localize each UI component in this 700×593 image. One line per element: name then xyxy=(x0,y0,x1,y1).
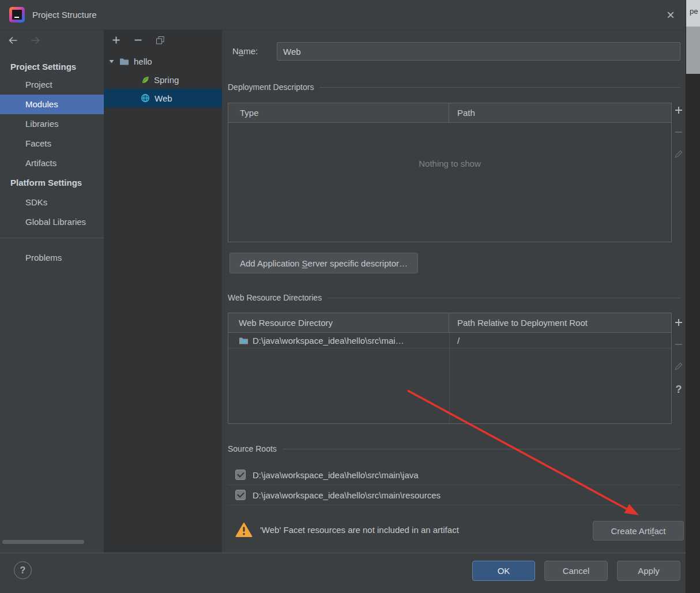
intellij-logo-icon xyxy=(9,7,25,22)
spring-leaf-icon xyxy=(141,76,149,84)
source-root-checkbox[interactable] xyxy=(235,490,246,500)
background-app: pe xyxy=(686,0,700,593)
source-root-checkbox[interactable] xyxy=(235,470,246,480)
sidebar-scrollbar[interactable] xyxy=(2,540,84,544)
warning-text: 'Web' Facet resources are not included i… xyxy=(260,525,459,535)
section-divider-line xyxy=(328,298,680,298)
edit-pencil-icon[interactable] xyxy=(675,362,683,370)
column-header-type: Type xyxy=(228,103,449,122)
deployment-toolbar xyxy=(673,106,684,158)
copy-icon[interactable] xyxy=(156,36,165,45)
create-artifact-button[interactable]: Create Artifact xyxy=(593,521,684,541)
remove-icon[interactable] xyxy=(134,36,142,45)
source-root-row: D:\java\workspace_idea\hello\src\main\re… xyxy=(228,485,680,505)
facet-warning: 'Web' Facet resources are not included i… xyxy=(228,518,459,541)
sidebar-header-platform-settings: Platform Settings xyxy=(0,177,104,189)
chevron-down-icon[interactable] xyxy=(108,58,115,65)
dialog-titlebar: Project Structure × xyxy=(0,0,686,30)
section-deployment-descriptors: Deployment Descriptors xyxy=(228,82,680,92)
ok-button[interactable]: OK xyxy=(472,561,535,581)
source-root-row: D:\java\workspace_idea\hello\src\main\ja… xyxy=(228,465,680,485)
forward-icon[interactable] xyxy=(30,36,40,45)
section-web-resource-directories: Web Resource Directories xyxy=(228,292,680,303)
section-divider-line xyxy=(283,449,680,449)
sidebar-item-modules[interactable]: Modules xyxy=(0,95,104,114)
web-resource-toolbar: ? xyxy=(673,318,684,395)
column-header-web-resource-directory: Web Resource Directory xyxy=(228,313,449,332)
sidebar-header-project-settings: Project Settings xyxy=(0,61,104,73)
add-icon[interactable] xyxy=(112,36,121,45)
back-icon[interactable] xyxy=(8,36,18,45)
sidebar-item-facets[interactable]: Facets xyxy=(0,134,104,153)
close-icon[interactable]: × xyxy=(662,7,679,24)
table-header: Web Resource Directory Path Relative to … xyxy=(228,313,671,333)
help-button[interactable]: ? xyxy=(14,561,32,579)
name-input[interactable] xyxy=(277,42,680,61)
dialog-footer: ? OK Cancel Apply xyxy=(0,553,686,593)
source-root-path: D:\java\workspace_idea\hello\src\main\ja… xyxy=(253,470,419,480)
column-header-path-relative: Path Relative to Deployment Root xyxy=(449,313,671,332)
section-title: Web Resource Directories xyxy=(228,293,322,302)
empty-table-message: Nothing to show xyxy=(228,159,671,168)
project-structure-dialog: Project Structure × Project Settings Pro… xyxy=(0,0,686,593)
background-scrollbar-strip xyxy=(686,27,700,74)
section-title: Source Roots xyxy=(228,444,277,453)
folder-icon xyxy=(239,337,249,344)
tree-item-label: Spring xyxy=(154,75,179,85)
section-source-roots: Source Roots xyxy=(228,444,680,454)
column-header-path: Path xyxy=(449,103,671,122)
tree-item-label: Web xyxy=(155,93,172,103)
name-label: Name: xyxy=(232,42,258,61)
history-nav xyxy=(8,36,40,45)
sidebar: Project Settings Project Modules Librari… xyxy=(0,30,104,553)
tree-item-web[interactable]: Web xyxy=(104,89,222,107)
sidebar-item-problems[interactable]: Problems xyxy=(0,248,104,268)
section-title: Deployment Descriptors xyxy=(228,82,314,92)
table-row[interactable]: D:\java\workspace_idea\hello\src\mai… / xyxy=(228,333,671,348)
dialog-title: Project Structure xyxy=(32,0,97,30)
deployment-descriptors-table: Type Path Nothing to show xyxy=(228,103,672,242)
facet-editor: Name: Deployment Descriptors Type Path N… xyxy=(222,30,686,553)
remove-icon[interactable] xyxy=(675,340,683,348)
sidebar-item-sdks[interactable]: SDKs xyxy=(0,193,104,212)
add-icon[interactable] xyxy=(675,318,683,326)
add-app-server-descriptor-button[interactable]: Add Application Server specific descript… xyxy=(229,253,418,273)
tree-item-label: hello xyxy=(134,57,152,66)
tree-item-hello[interactable]: hello xyxy=(104,52,222,70)
sidebar-item-libraries[interactable]: Libraries xyxy=(0,114,104,134)
remove-icon[interactable] xyxy=(675,128,683,136)
relative-path-cell: / xyxy=(449,336,671,346)
edit-pencil-icon[interactable] xyxy=(675,150,683,158)
column-divider xyxy=(449,333,450,423)
sidebar-item-artifacts[interactable]: Artifacts xyxy=(0,153,104,173)
add-icon[interactable] xyxy=(675,106,683,114)
cancel-button[interactable]: Cancel xyxy=(544,561,608,581)
module-tree-panel: hello Spring Web xyxy=(104,30,222,553)
warning-icon xyxy=(235,522,253,538)
module-folder-icon xyxy=(119,57,129,65)
sidebar-item-project[interactable]: Project xyxy=(0,75,104,95)
web-resource-directory-cell: D:\java\workspace_idea\hello\src\mai… xyxy=(228,336,449,346)
source-root-path: D:\java\workspace_idea\hello\src\main\re… xyxy=(253,490,441,500)
web-resource-table: Web Resource Directory Path Relative to … xyxy=(228,313,672,424)
web-facet-icon xyxy=(141,93,150,103)
help-icon[interactable]: ? xyxy=(676,384,682,395)
table-header: Type Path xyxy=(228,103,671,123)
section-divider-line xyxy=(319,87,680,88)
sidebar-item-global-libraries[interactable]: Global Libraries xyxy=(0,212,104,232)
tree-toolbar xyxy=(112,36,165,45)
apply-button[interactable]: Apply xyxy=(617,561,680,581)
directory-path-text: D:\java\workspace_idea\hello\src\mai… xyxy=(253,336,404,346)
screenshot-root: pe Project Structure × Project Settings … xyxy=(0,0,700,593)
sidebar-divider xyxy=(0,238,104,238)
background-clipped-text: pe xyxy=(686,0,700,27)
tree-item-spring[interactable]: Spring xyxy=(104,70,222,89)
